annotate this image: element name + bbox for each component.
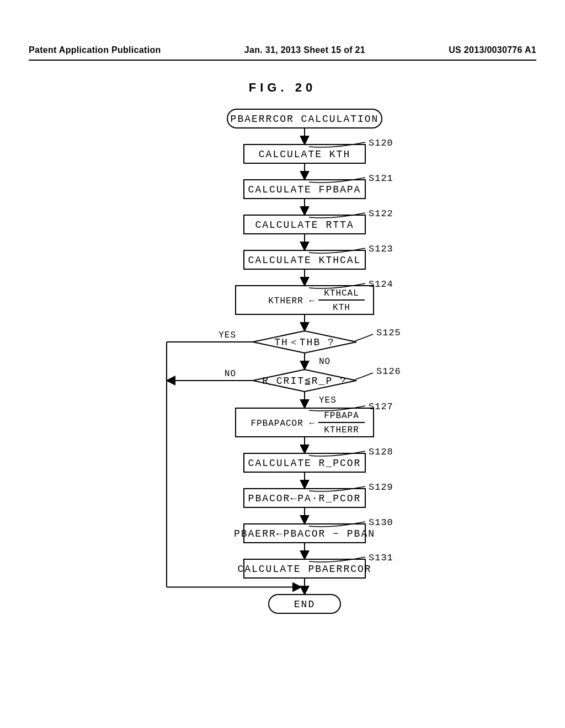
node-s127-lhs: FPBAPACOR ← [250, 419, 315, 429]
step-s122: S122 [369, 208, 393, 219]
step-s130: S130 [369, 517, 393, 528]
node-s128-label: CALCULATE R_PCOR [248, 458, 361, 469]
node-s131-label: CALCULATE PBAERRCOR [237, 564, 371, 575]
figure-label: FIG. 20 [29, 81, 536, 95]
header-center: Jan. 31, 2013 Sheet 15 of 21 [244, 45, 365, 55]
step-s125: S125 [376, 328, 401, 338]
node-s124-den: KTH [333, 303, 350, 313]
node-s125-label: TH＜THB ? [274, 337, 335, 348]
header-right: US 2013/0030776 A1 [449, 45, 536, 55]
node-s120-label: CALCULATE KTH [259, 149, 350, 160]
node-s124-num: KTHCAL [324, 288, 359, 298]
node-s123-label: CALCULATE KTHCAL [248, 255, 361, 266]
s125-yes-label: YES [218, 330, 236, 340]
node-s127-num: FPBAPA [324, 411, 359, 421]
header-divider [29, 60, 536, 61]
step-s131: S131 [369, 553, 393, 563]
node-s130-label: PBAERR←PBACOR − PBAN [234, 528, 375, 539]
s126-yes-label: YES [319, 395, 337, 405]
page-header: Patent Application Publication Jan. 31, … [29, 45, 536, 55]
node-s124-lhs: KTHERR ← [268, 296, 315, 306]
step-s121: S121 [369, 173, 393, 184]
node-end-label: END [294, 599, 315, 610]
node-start-label: PBAERRCOR CALCULATION [231, 114, 379, 125]
node-s122-label: CALCULATE RTTA [255, 220, 354, 231]
step-s129: S129 [369, 482, 393, 493]
node-s127-den: KTHERR [324, 425, 359, 435]
node-s129-label: PBACOR←PA·R_PCOR [248, 493, 361, 504]
s125-no-label: NO [319, 357, 331, 367]
header-left: Patent Application Publication [29, 45, 161, 55]
step-s126: S126 [376, 366, 401, 377]
node-s126-label: R_CRIT≦R_P ? [262, 376, 347, 387]
step-s124: S124 [369, 279, 393, 290]
step-s127: S127 [369, 402, 393, 412]
flowchart: PBAERRCOR CALCULATIONCALCULATE KTHS120CA… [29, 98, 536, 728]
step-s128: S128 [369, 447, 393, 457]
s126-no-label: NO [225, 369, 236, 379]
step-s120: S120 [369, 138, 393, 148]
node-s121-label: CALCULATE FPBAPA [248, 184, 361, 195]
step-s123: S123 [369, 244, 393, 254]
